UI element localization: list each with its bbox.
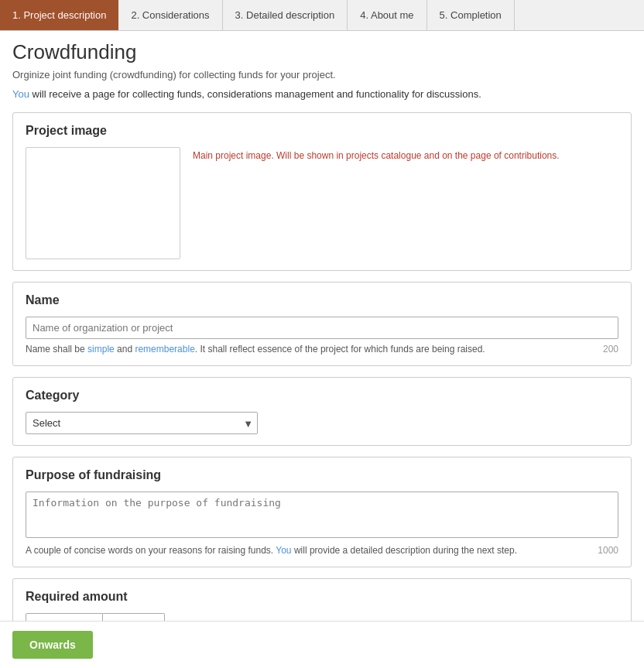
tab-project-description[interactable]: 1. Project description (0, 0, 118, 30)
image-hint-text: Main project image. Will be shown in pro… (193, 147, 618, 161)
purpose-char-count: 1000 (598, 545, 618, 556)
name-section-title: Name (26, 293, 618, 307)
purpose-hint-row: A couple of concise words on your reason… (26, 545, 618, 556)
main-content: Crowdfunding Orginize joint funding (cro… (0, 31, 644, 668)
tab-detailed-description[interactable]: 3. Detailed description (223, 0, 348, 30)
bottom-bar: Onwards (0, 621, 644, 668)
purpose-hint-text: A couple of concise words on your reason… (26, 545, 517, 556)
category-select[interactable]: Select Art Technology Education Health E… (26, 412, 258, 434)
page-info: You will receive a page for collecting f… (12, 88, 632, 100)
category-select-wrapper: Select Art Technology Education Health E… (26, 412, 258, 434)
image-placeholder-box[interactable] (26, 147, 180, 259)
name-hint-text: Name shall be simple and rememberable. I… (26, 344, 485, 355)
amount-section-title: Required amount (26, 590, 618, 604)
name-input[interactable] (26, 317, 618, 339)
page-subtitle: Orginize joint funding (crowdfunding) fo… (12, 69, 632, 81)
onwards-button[interactable]: Onwards (12, 631, 93, 659)
purpose-section: Purpose of fundraising A couple of conci… (12, 457, 632, 567)
purpose-section-title: Purpose of fundraising (26, 468, 618, 482)
name-hint-row: Name shall be simple and rememberable. I… (26, 344, 618, 355)
project-image-title: Project image (26, 124, 618, 138)
category-section: Category Select Art Technology Education… (12, 377, 632, 446)
project-image-section: Project image Main project image. Will b… (12, 112, 632, 271)
image-section-row: Main project image. Will be shown in pro… (26, 147, 618, 259)
name-section: Name Name shall be simple and rememberab… (12, 282, 632, 366)
category-section-title: Category (26, 389, 618, 403)
page-title: Crowdfunding (12, 40, 632, 64)
tab-completion[interactable]: 5. Completion (427, 0, 515, 30)
tab-considerations[interactable]: 2. Considerations (118, 0, 222, 30)
tab-about-me[interactable]: 4. About me (348, 0, 426, 30)
purpose-textarea[interactable] (26, 492, 618, 538)
name-char-count: 200 (603, 344, 618, 355)
tabs-bar: 1. Project description 2. Considerations… (0, 0, 644, 31)
